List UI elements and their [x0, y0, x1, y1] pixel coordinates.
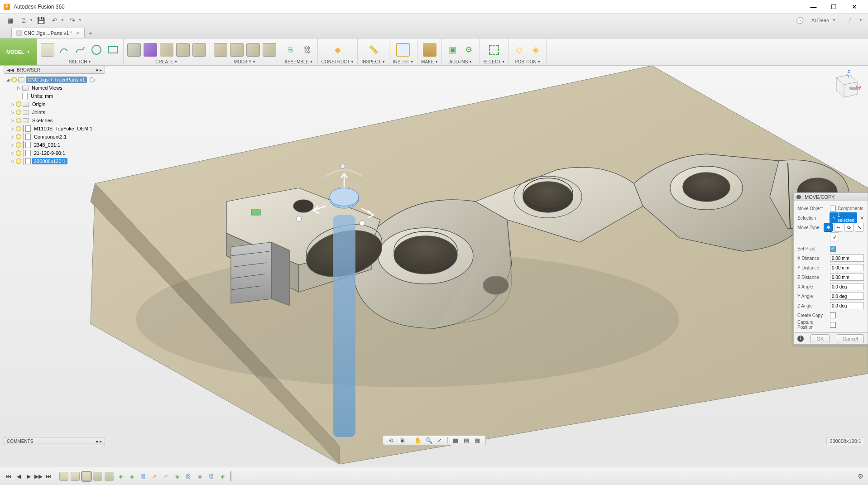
timeline-extrude-feature[interactable]: [105, 472, 114, 481]
undo-icon[interactable]: ↶: [48, 15, 61, 26]
clear-selection-icon[interactable]: ✕: [860, 215, 864, 221]
line-icon[interactable]: [57, 43, 71, 57]
timeline-move-feature[interactable]: ↗: [150, 472, 159, 481]
timeline-end-icon[interactable]: ⏭: [44, 472, 53, 480]
new-tab-button[interactable]: +: [86, 29, 96, 38]
timeline-component-feature[interactable]: ◈: [195, 472, 204, 481]
timeline-prev-icon[interactable]: ◀: [14, 472, 23, 480]
z-distance-input[interactable]: [830, 274, 864, 281]
ok-button[interactable]: OK: [810, 334, 830, 343]
view-cube[interactable]: RIGHT Z X: [825, 69, 854, 99]
visibility-bulb-icon[interactable]: [16, 101, 21, 107]
fillet-icon[interactable]: [230, 43, 244, 57]
display-settings-icon[interactable]: ▦: [451, 436, 460, 444]
expand-icon[interactable]: ▷: [10, 102, 14, 106]
tree-node-label[interactable]: Origin: [30, 101, 47, 107]
redo-icon[interactable]: ↷: [66, 15, 79, 26]
timeline-component-feature[interactable]: ◈: [218, 472, 227, 481]
browser-collapse-icon[interactable]: ● ▸: [96, 67, 102, 72]
expand-icon[interactable]: ▷: [10, 143, 14, 147]
info-icon[interactable]: i: [797, 336, 804, 342]
new-file-icon[interactable]: 🗎: [17, 15, 30, 26]
user-name[interactable]: Al Dean: [811, 18, 829, 23]
look-at-icon[interactable]: ▣: [398, 436, 407, 444]
grid-settings-icon[interactable]: ▤: [462, 436, 471, 444]
activate-radio-icon[interactable]: [90, 77, 95, 82]
x-angle-input[interactable]: [830, 283, 864, 290]
set-pivot-button[interactable]: [830, 246, 836, 252]
timeline-sketch-feature[interactable]: [59, 472, 68, 481]
cancel-button[interactable]: Cancel: [837, 334, 864, 343]
construct-plane-icon[interactable]: ◆: [331, 43, 345, 57]
tree-node-label[interactable]: 230008x120:1: [32, 158, 67, 164]
timeline-settings-icon[interactable]: ⚙: [858, 472, 863, 480]
tree-node-label[interactable]: Units: mm: [29, 93, 55, 99]
visibility-bulb-icon[interactable]: [16, 150, 21, 156]
expand-icon[interactable]: ▷: [10, 126, 14, 131]
cylinder-icon[interactable]: [160, 43, 173, 57]
y-angle-input[interactable]: [830, 293, 864, 300]
move-object-checkbox[interactable]: [830, 206, 836, 211]
3d-viewport[interactable]: ◀◀ BROWSER ● ▸ ◢ CNC Jigs + TraceParts v…: [0, 66, 868, 467]
sculpt-icon[interactable]: [144, 43, 157, 57]
capture-position-checkbox[interactable]: [830, 322, 836, 328]
move-type-rotate-icon[interactable]: ⟳: [844, 223, 854, 232]
visibility-bulb-icon[interactable]: [16, 126, 21, 131]
timeline-start-icon[interactable]: ⏮: [5, 472, 13, 480]
tree-node-label[interactable]: Sketches: [30, 117, 54, 124]
move-type-extra-icon[interactable]: ⤢: [830, 232, 839, 241]
position-revert-icon[interactable]: ◈: [529, 43, 542, 57]
expand-icon[interactable]: ▷: [10, 110, 14, 115]
position-capture-icon[interactable]: ◇: [513, 43, 526, 57]
timeline-component-feature[interactable]: ◈: [173, 472, 182, 481]
help-icon[interactable]: ❔: [842, 15, 855, 26]
addin-icon[interactable]: ▣: [446, 43, 459, 57]
comments-collapse-icon[interactable]: ● ▸: [96, 439, 102, 444]
panel-collapse-bullet-icon[interactable]: [796, 195, 801, 199]
spline-icon[interactable]: [73, 43, 87, 57]
expand-icon[interactable]: ▷: [10, 134, 14, 139]
window-close[interactable]: ✕: [844, 0, 864, 14]
timeline-next-icon[interactable]: ▶▶: [34, 472, 43, 480]
zoom-icon[interactable]: 🔍: [424, 436, 433, 444]
timeline-sketch-feature[interactable]: [82, 472, 91, 481]
3d-print-icon[interactable]: [423, 43, 436, 57]
x-distance-input[interactable]: [830, 255, 864, 262]
expand-icon[interactable]: ▷: [16, 86, 21, 90]
create-sketch-icon[interactable]: [41, 43, 54, 57]
create-copy-checkbox[interactable]: [830, 312, 836, 318]
insert-image-icon[interactable]: [396, 43, 410, 57]
addin-store-icon[interactable]: ⚙: [462, 43, 475, 57]
expand-icon[interactable]: ▷: [10, 159, 14, 163]
timeline-component-feature[interactable]: ◈: [116, 472, 125, 481]
box-icon[interactable]: [127, 43, 141, 57]
tree-node-label[interactable]: 2348_001:1: [32, 142, 62, 148]
workspace-switcher[interactable]: MODEL▼: [0, 38, 37, 65]
move-type-freemove-icon[interactable]: ✥: [824, 223, 833, 232]
tree-node-label[interactable]: M1100S_TopYoke_OEM:1: [32, 125, 94, 132]
tree-node-label[interactable]: Joints: [30, 109, 47, 115]
visibility-bulb-icon[interactable]: [16, 118, 21, 123]
tree-node-label[interactable]: 21-120-9-60:1: [32, 150, 67, 156]
pan-icon[interactable]: ✋: [413, 436, 422, 444]
joint-icon[interactable]: ⛓: [300, 43, 314, 57]
timeline-extrude-feature[interactable]: [93, 472, 102, 481]
new-component-icon[interactable]: ⎘: [284, 43, 297, 57]
visibility-bulb-icon[interactable]: [16, 110, 21, 115]
clock-updates-icon[interactable]: 🕓: [793, 15, 806, 26]
move-type-point-icon[interactable]: ⤡: [855, 223, 864, 232]
circle-icon[interactable]: [90, 43, 103, 57]
expand-icon[interactable]: ▷: [10, 118, 14, 123]
visibility-bulb-icon[interactable]: [11, 77, 17, 82]
shell-icon[interactable]: [263, 43, 276, 57]
timeline-playhead[interactable]: [230, 471, 231, 481]
comments-panel-header[interactable]: COMMENTS ● ▸: [4, 437, 105, 445]
tab-close-icon[interactable]: ✕: [76, 30, 80, 36]
y-distance-input[interactable]: [830, 264, 864, 271]
timeline-joint-feature[interactable]: ⛓: [206, 472, 216, 481]
tree-node-label[interactable]: Component2:1: [32, 134, 68, 140]
timeline-play-icon[interactable]: ▶: [24, 472, 33, 480]
press-pull-icon[interactable]: [214, 43, 227, 57]
expand-icon[interactable]: ▷: [10, 151, 14, 155]
chamfer-icon[interactable]: [246, 43, 260, 57]
